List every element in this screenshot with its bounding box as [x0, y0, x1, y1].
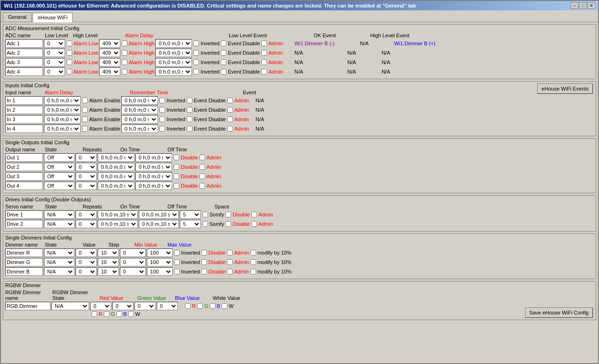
input-3-remember[interactable]: 0 h,0 m,0 s: [121, 124, 158, 133]
output-1-off-time[interactable]: 0 h,0 m,0 s: [135, 163, 172, 171]
dimmer-0-name[interactable]: [5, 248, 43, 257]
tab-general[interactable]: General: [3, 12, 32, 22]
output-2-repeats[interactable]: 0: [75, 172, 97, 181]
input-1-event-disable-cb[interactable]: [187, 107, 192, 113]
rgbw-green[interactable]: 0: [112, 302, 133, 310]
output-3-off-time[interactable]: 0 h,0 m,0 s: [135, 182, 172, 190]
output-3-disable-cb[interactable]: [174, 183, 179, 189]
drive-0-admin-cb[interactable]: [251, 212, 257, 217]
input-3-inverted-cb[interactable]: [159, 126, 165, 132]
dimmer-0-modify-cb[interactable]: [250, 250, 256, 256]
dimmer-1-value[interactable]: 0: [75, 258, 97, 266]
output-2-disable-cb[interactable]: [174, 174, 179, 179]
output-0-on-time[interactable]: 0 h,0 m,0 s: [98, 153, 134, 162]
rgbw-white[interactable]: 0: [157, 302, 178, 310]
maximize-button[interactable]: □: [579, 2, 587, 9]
adc-3-admin-cb[interactable]: [261, 69, 267, 74]
drive-0-somfy-cb[interactable]: [202, 212, 208, 217]
dimmer-0-disable-cb[interactable]: [201, 250, 207, 256]
adc-0-event-disable-cb[interactable]: [221, 41, 226, 46]
input-2-alarm-enable-cb[interactable]: [82, 116, 88, 122]
input-1-alarm-enable-cb[interactable]: [82, 107, 88, 113]
drive-0-repeats[interactable]: 0: [75, 210, 97, 219]
dimmer-0-inverted-cb[interactable]: [174, 250, 180, 256]
input-0-admin-cb[interactable]: [227, 98, 233, 103]
drive-1-repeats[interactable]: 0: [75, 220, 97, 228]
drive-0-space[interactable]: 5: [180, 210, 201, 219]
input-3-delay[interactable]: 0 h,0 m,0 s: [44, 124, 81, 133]
output-0-name[interactable]: [5, 153, 43, 162]
drive-0-off-time[interactable]: 0 h,0 m,10 s: [139, 210, 179, 219]
adc-3-high[interactable]: 4095: [99, 67, 120, 76]
dimmer-1-name[interactable]: [5, 258, 43, 266]
input-1-remember[interactable]: 0 h,0 m,0 s: [121, 106, 158, 114]
input-2-event-disable-cb[interactable]: [187, 116, 192, 122]
output-0-repeats[interactable]: 0: [75, 153, 97, 162]
adc-1-name[interactable]: [5, 49, 43, 57]
dimmer-2-modify-cb[interactable]: [250, 269, 256, 274]
drive-1-disable-cb[interactable]: [225, 221, 231, 227]
rgbw-b1-cb[interactable]: [210, 303, 216, 309]
output-0-disable-cb[interactable]: [174, 155, 179, 160]
dimmer-2-disable-cb[interactable]: [201, 269, 207, 274]
adc-2-inverted-cb[interactable]: [193, 59, 199, 65]
dimmer-0-min[interactable]: 0: [120, 248, 146, 257]
input-3-event-disable-cb[interactable]: [187, 126, 192, 132]
output-1-name[interactable]: [5, 163, 43, 171]
dimmer-2-inverted-cb[interactable]: [174, 269, 180, 274]
adc-3-event-disable-cb[interactable]: [221, 69, 226, 74]
rgbw-blue[interactable]: 0: [134, 302, 156, 310]
input-0-delay[interactable]: 0 h,0 m,0 s: [44, 96, 81, 105]
adc-2-low[interactable]: 0: [44, 58, 65, 66]
output-0-admin-cb[interactable]: [200, 155, 205, 160]
input-1-admin-cb[interactable]: [227, 107, 233, 113]
rgbw-w1-cb[interactable]: [222, 303, 227, 309]
adc-0-admin-cb[interactable]: [261, 41, 267, 46]
dimmer-0-state[interactable]: N/A: [44, 248, 75, 257]
input-2-name[interactable]: [5, 115, 43, 124]
rgbw-w2-cb[interactable]: [128, 311, 134, 317]
adc-1-delay[interactable]: 0 h,0 m,0 s: [155, 49, 192, 57]
output-3-name[interactable]: [5, 182, 43, 190]
dimmer-2-state[interactable]: N/A: [44, 267, 75, 276]
adc-0-alarm-low-cb[interactable]: [67, 41, 72, 46]
adc-0-inverted-cb[interactable]: [193, 41, 199, 46]
input-0-alarm-enable-cb[interactable]: [82, 98, 88, 103]
input-3-alarm-enable-cb[interactable]: [82, 126, 88, 132]
rgbw-g2-cb[interactable]: [104, 311, 109, 317]
rgbw-b2-cb[interactable]: [116, 311, 122, 317]
drive-0-state[interactable]: N/A: [44, 210, 75, 219]
adc-3-alarm-low-cb[interactable]: [67, 69, 72, 74]
adc-0-name[interactable]: [5, 39, 43, 48]
output-1-disable-cb[interactable]: [174, 164, 179, 170]
dimmer-1-disable-cb[interactable]: [201, 259, 207, 265]
adc-3-delay[interactable]: 0 h,0 m,0 s: [155, 67, 192, 76]
save-config-button[interactable]: Save eHouse WiFi Config: [525, 307, 593, 318]
drive-1-space[interactable]: 5: [180, 220, 201, 228]
rgbw-r1-cb[interactable]: [185, 303, 191, 309]
adc-3-inverted-cb[interactable]: [193, 69, 199, 74]
dimmer-2-max[interactable]: 100: [147, 267, 173, 276]
output-1-admin-cb[interactable]: [200, 164, 205, 170]
input-2-remember[interactable]: 0 h,0 m,0 s: [121, 115, 158, 124]
adc-0-high[interactable]: 4095: [99, 39, 120, 48]
output-0-off-time[interactable]: 0 h,0 m,0 s: [135, 153, 172, 162]
minimize-button[interactable]: ─: [571, 2, 578, 9]
input-0-event-disable-cb[interactable]: [187, 98, 192, 103]
output-2-state[interactable]: Off: [44, 172, 75, 181]
adc-1-alarm-high-cb[interactable]: [122, 50, 127, 56]
adc-3-alarm-high-cb[interactable]: [122, 69, 127, 74]
dimmer-1-max[interactable]: 100: [147, 258, 173, 266]
output-2-on-time[interactable]: 0 h,0 m,0 s: [98, 172, 134, 181]
wifi-events-button[interactable]: eHouse WiFi Events: [537, 83, 593, 94]
adc-1-inverted-cb[interactable]: [193, 50, 199, 56]
output-1-state[interactable]: Off: [44, 163, 75, 171]
adc-2-delay[interactable]: 0 h,0 m,0 s: [155, 58, 192, 66]
drive-1-off-time[interactable]: 0 h,0 m,10 s: [139, 220, 179, 228]
input-0-remember[interactable]: 0 h,0 m,0 s: [121, 96, 158, 105]
adc-2-alarm-high-cb[interactable]: [122, 59, 127, 65]
output-0-state[interactable]: Off: [44, 153, 75, 162]
output-3-on-time[interactable]: 0 h,0 m,0 s: [98, 182, 134, 190]
input-2-delay[interactable]: 0 h,0 m,0 s: [44, 115, 81, 124]
adc-1-admin-cb[interactable]: [261, 50, 267, 56]
